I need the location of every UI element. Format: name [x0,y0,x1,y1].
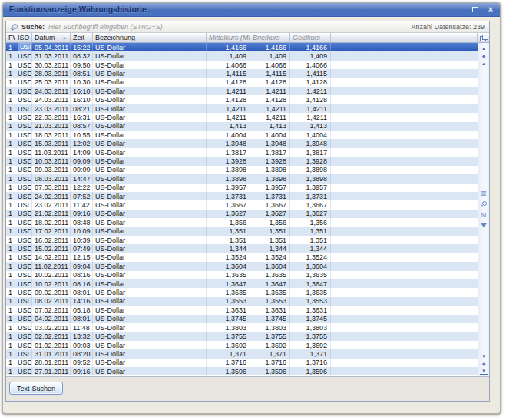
table-row[interactable]: 1USD31.03.2011 /Do08:32US-Dollar1,4091,4… [6,51,478,60]
table-row[interactable]: 1USD10.02.2011 /Do08:16US-Dollar1,36471,… [6,279,478,288]
table-row[interactable]: 1USD09.02.2011 /Mi08:01US-Dollar1,36351,… [6,288,478,296]
cell-geldkurs: 1,4211 [290,104,331,113]
table-row[interactable]: 1USD31.01.2011 /Mo08:20US-Dollar1,3711,3… [6,349,478,358]
table-row[interactable]: 1USD14.02.2011 /Mo12:15US-Dollar1,35241,… [6,253,478,262]
table-row[interactable]: 1USD02.02.2011 /Mi13:32US-Dollar1,37551,… [6,332,478,340]
table-row[interactable]: 1USD25.03.2011 /Fr10:30US-Dollar1,41281,… [6,78,478,87]
table-row[interactable]: 1USD28.03.2011 /Mo08:51US-Dollar1,41151,… [6,69,478,78]
grid-columns-icon[interactable]: ▥ [480,189,488,197]
cell-mittelkurs: 1,3731 [207,192,250,200]
table-row[interactable]: 1USD18.03.2011 /Fr10:55US-Dollar1,40041,… [6,131,478,139]
vertical-scrollbar[interactable]: ▲ ◆ ▲ ▥ M ▼ ◆ ▼ [478,43,489,376]
cell-zeit: 08:48 [71,218,93,227]
scroll-down-button[interactable]: ▼ [480,352,488,359]
maximize-button[interactable] [470,5,481,15]
grip-diamond-icon: ◆ [482,54,486,58]
table-row[interactable]: 1USD04.02.2011 /Fr08:01US-Dollar1,37451,… [6,315,478,323]
scroll-to-bottom-button[interactable]: ▼ [480,368,488,375]
table-row[interactable]: 1USD05.04.2011 /Di15:22US-Dollar1,41661,… [6,43,478,51]
table-row[interactable]: 1USD11.03.2011 /Fr14:09US-Dollar1,38171,… [6,148,478,157]
scroll-up-button[interactable]: ▲ [480,60,488,67]
text-search-button[interactable]: Text-Suchen [9,382,63,395]
column-header-mittelkurs[interactable]: Mittelkurs (MN) [207,33,250,42]
table-row[interactable]: 1USD10.03.2011 /Do09:09US-Dollar1,39281,… [6,157,478,165]
scroll-to-top-button[interactable]: ▲ [480,45,488,51]
table-row[interactable]: 1USD09.03.2011 /Mi09:09US-Dollar1,38981,… [6,166,478,174]
record-count: Anzahl Datensätze: 239 [411,23,485,31]
column-header-geldkurs[interactable]: Geldkurs [290,33,331,42]
table-row[interactable]: 1USD23.03.2011 /Mi08:21US-Dollar1,42111,… [6,104,478,113]
marker-icon[interactable]: M [480,210,488,219]
cell-geldkurs: 1,351 [290,227,331,236]
scroll-grip-icon[interactable]: ◆ [480,52,488,59]
table-row[interactable]: 1USD10.02.2011 /Do08:16US-Dollar1,36351,… [6,271,478,279]
table-row[interactable]: 1USD07.02.2011 /Mo05:18US-Dollar1,36311,… [6,306,478,314]
table-row[interactable]: 1USD11.02.2011 /Fr09:04US-Dollar1,36041,… [6,262,478,270]
cell-filler [331,236,478,244]
close-icon: × [488,5,493,14]
grid-side-tools: ▥ M [478,189,489,230]
cell-fw: 1 [6,218,15,227]
table-row[interactable]: 1USD07.03.2011 /Mo12:22US-Dollar1,39571,… [6,184,478,192]
column-header-briefkurs[interactable]: Briefkurs [250,33,290,42]
table-row[interactable]: 1USD24.03.2011 /Do16:10US-Dollar1,41281,… [6,95,478,104]
cell-geldkurs: 1,3755 [290,332,331,340]
table-row[interactable]: 1USD28.01.2011 /Fr09:52US-Dollar1,37161,… [6,359,478,367]
cell-briefkurs: 1,4115 [250,69,290,78]
table-row[interactable]: 1USD30.03.2011 /Mi09:50US-Dollar1,40661,… [6,61,478,69]
search-bar: Suche: Anzahl Datensätze: 239 [6,21,489,33]
table-row[interactable]: 1USD16.02.2011 /Mi10:39US-Dollar1,3511,3… [6,236,478,244]
column-header-datum[interactable]: Datum ▲ [32,33,71,42]
column-chooser-button[interactable] [478,33,489,42]
filter-icon[interactable] [480,221,488,230]
cell-zeit: 08:01 [71,288,93,296]
cell-mittelkurs: 1,3647 [207,279,250,288]
table-row[interactable]: 1USD15.02.2011 /Di07:49US-Dollar1,3441,3… [6,244,478,253]
cell-iso: USD [15,61,32,69]
cell-zeit: 08:16 [71,271,93,279]
table-row[interactable]: 1USD22.03.2011 /Di16:31US-Dollar1,42111,… [6,113,478,121]
table-row[interactable]: 1USD23.02.2011 /Mi11:42US-Dollar1,36671,… [6,200,478,209]
cell-datum: 24.03.2011 /Do [32,87,71,95]
cell-iso: USD [15,139,32,147]
cell-fw: 1 [6,341,15,349]
cell-zeit: 07:52 [71,192,93,200]
table-row[interactable]: 1USD24.03.2011 /Do16:10US-Dollar1,42111,… [6,87,478,95]
table-row[interactable]: 1USD21.03.2011 /Mo08:57US-Dollar1,4131,4… [6,122,478,131]
table-row[interactable]: 1USD21.02.2011 /Mo09:16US-Dollar1,36271,… [6,210,478,218]
column-header-iso[interactable]: ISO [15,33,32,42]
table-row[interactable]: 1USD27.01.2011 /Do09:16US-Dollar1,35961,… [6,367,478,375]
cell-zeit: 15:22 [71,43,93,51]
zoom-icon[interactable] [480,200,488,208]
cell-datum: 16.02.2011 /Mi [32,236,71,244]
column-header-fw[interactable]: FW [6,33,15,42]
cell-zeit: 09:09 [71,157,93,165]
cell-iso: USD [15,297,32,306]
cell-iso: USD [15,95,32,104]
column-header-zeit[interactable]: Zeit [71,33,93,42]
column-header-bezeichnung[interactable]: Bezeichnung [93,33,207,42]
cell-mittelkurs: 1,413 [207,122,250,131]
funnel-icon [481,223,487,227]
table-row[interactable]: 1USD03.02.2011 /Do11:48US-Dollar1,38031,… [6,323,478,332]
cell-bezeichnung: US-Dollar [93,184,207,192]
scroll-grip2-icon[interactable]: ◆ [480,360,488,367]
close-button[interactable]: × [485,5,496,15]
cell-filler [331,113,478,121]
cell-bezeichnung: US-Dollar [93,236,207,244]
table-row[interactable]: 1USD18.02.2011 /Fr08:48US-Dollar1,3561,3… [6,218,478,227]
cell-mittelkurs: 1,4066 [207,61,250,69]
table-row[interactable]: 1USD24.02.2011 /Do07:52US-Dollar1,37311,… [6,192,478,200]
cell-briefkurs: 1,3755 [250,332,290,340]
table-row[interactable]: 1USD01.02.2011 /Di09:03US-Dollar1,36921,… [6,341,478,349]
table-row[interactable]: 1USD15.03.2011 /Di12:02US-Dollar1,39481,… [6,139,478,147]
search-input[interactable] [48,22,302,31]
cell-geldkurs: 1,3553 [290,297,331,306]
cell-datum: 03.02.2011 /Do [32,323,71,332]
table-row[interactable]: 1USD17.02.2011 /Do10:09US-Dollar1,3511,3… [6,227,478,236]
cell-mittelkurs: 1,4128 [207,95,250,104]
table-row[interactable]: 1USD08.02.2011 /Di14:16US-Dollar1,35531,… [6,297,478,306]
cell-bezeichnung: US-Dollar [93,367,207,375]
cell-iso: USD [15,332,32,340]
table-row[interactable]: 1USD08.03.2011 /Di14:47US-Dollar1,38981,… [6,174,478,183]
